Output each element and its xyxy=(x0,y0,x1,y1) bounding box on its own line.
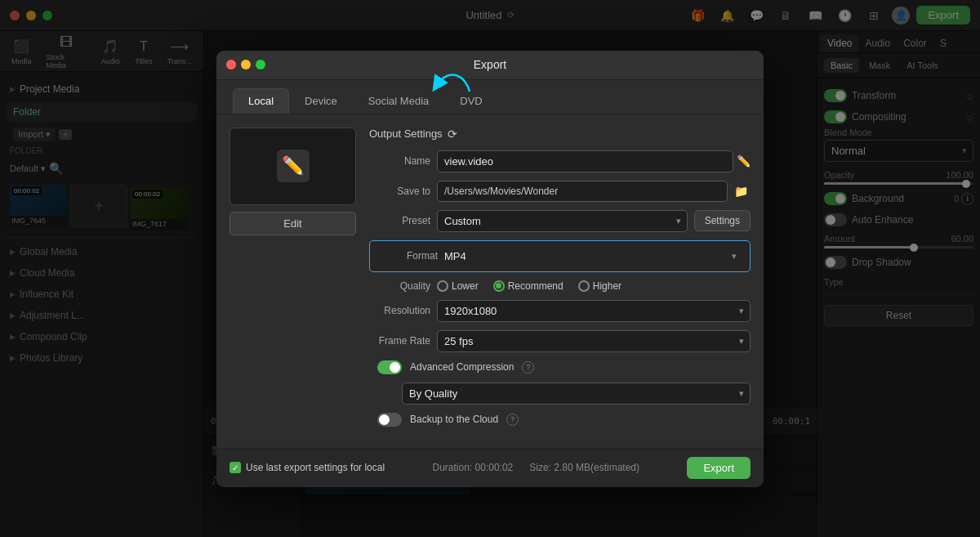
resolution-select[interactable]: 1920x1080 xyxy=(437,300,751,322)
backup-cloud-info[interactable]: ? xyxy=(506,414,519,426)
preview-icon: ✏️ xyxy=(277,150,310,182)
name-input-row: ✏️ xyxy=(437,150,751,172)
quality-higher-label: Higher xyxy=(593,280,621,292)
size-value: 2.80 MB(estimated) xyxy=(554,462,639,473)
quality-higher[interactable]: Higher xyxy=(578,280,621,292)
compression-quality-row: By Quality xyxy=(402,383,751,405)
export-final-button[interactable]: Export xyxy=(687,457,751,479)
export-settings-checkbox[interactable]: ✓ xyxy=(229,462,241,473)
radio-lower[interactable] xyxy=(437,280,448,292)
size-info: Size: 2.80 MB(estimated) xyxy=(529,462,639,473)
name-input[interactable] xyxy=(437,150,733,172)
checkbox-wrap: ✓ Use last export settings for local xyxy=(229,462,385,473)
modal-fullscreen-dot[interactable] xyxy=(256,60,265,69)
save-to-row: Save to /Users/ws/Movies/Wonder 📁 xyxy=(369,181,751,202)
preview-section: ✏️ Edit xyxy=(229,128,356,435)
advanced-compression-label: Advanced Compression xyxy=(410,361,514,373)
footer-info: Duration: 00:00:02 Size: 2.80 MB(estimat… xyxy=(393,462,679,473)
export-settings-label: Use last export settings for local xyxy=(246,462,385,473)
settings-button[interactable]: Settings xyxy=(694,210,751,231)
quality-lower-label: Lower xyxy=(452,280,479,292)
modal-minimize-dot[interactable] xyxy=(241,60,251,69)
frame-rate-label: Frame Rate xyxy=(369,335,430,347)
modal-tab-social[interactable]: Social Media xyxy=(353,88,444,114)
radio-higher[interactable] xyxy=(578,280,590,292)
save-to-input-row: /Users/ws/Movies/Wonder 📁 xyxy=(437,181,751,202)
modal-titlebar: Export xyxy=(216,51,764,80)
browse-folder-btn[interactable]: 📁 xyxy=(731,181,751,201)
output-settings-label: Output Settings xyxy=(369,128,443,140)
modal-traffic-lights xyxy=(226,60,265,69)
duration-value: 00:00:02 xyxy=(475,462,514,473)
modal-overlay: Export Local Device Social Media DVD xyxy=(0,0,980,537)
duration-info: Duration: 00:00:02 xyxy=(432,462,513,473)
preset-label: Preset xyxy=(369,215,430,226)
advanced-compression-toggle[interactable] xyxy=(377,360,402,374)
output-settings-header: Output Settings ⟳ xyxy=(369,128,751,141)
compression-select-wrapper: By Quality xyxy=(402,383,751,405)
quality-recommend-label: Recommend xyxy=(508,280,564,292)
format-select-wrapper: MP4 xyxy=(438,246,743,266)
format-row: Format MP4 xyxy=(369,240,751,272)
quality-lower[interactable]: Lower xyxy=(437,280,479,292)
format-label: Format xyxy=(376,250,438,262)
duration-label: Duration: xyxy=(432,462,472,473)
resolution-select-wrapper: 1920x1080 xyxy=(437,300,751,322)
resolution-label: Resolution xyxy=(369,305,430,316)
modal-footer: ✓ Use last export settings for local Dur… xyxy=(216,448,764,487)
resolution-row: Resolution 1920x1080 xyxy=(369,300,751,322)
modal-tab-local[interactable]: Local xyxy=(233,88,289,114)
modal-close-dot[interactable] xyxy=(226,60,236,69)
export-modal: Export Local Device Social Media DVD xyxy=(216,51,764,487)
preset-row: Preset Custom Settings xyxy=(369,210,751,232)
output-settings-icon: ⟳ xyxy=(448,128,457,141)
advanced-compression-info[interactable]: ? xyxy=(522,361,534,374)
modal-body: ✏️ Edit Output Settings ⟳ Name ✏️ xyxy=(216,114,764,448)
quality-row: Quality Lower Recommend Higher xyxy=(369,280,751,292)
compression-quality-select[interactable]: By Quality xyxy=(402,383,751,405)
quality-label: Quality xyxy=(369,280,430,292)
name-row: Name ✏️ xyxy=(369,150,751,172)
backup-cloud-row: Backup to the Cloud ? xyxy=(369,413,751,427)
advanced-compression-row: Advanced Compression ? xyxy=(369,360,751,374)
preset-select[interactable]: Custom xyxy=(437,210,688,232)
save-to-value: /Users/ws/Movies/Wonder xyxy=(437,181,728,202)
name-edit-btn[interactable]: ✏️ xyxy=(737,154,751,168)
frame-rate-select-wrapper: 25 fps xyxy=(437,330,751,352)
format-select[interactable]: MP4 xyxy=(438,246,743,266)
modal-title: Export xyxy=(474,58,506,71)
size-label: Size: xyxy=(529,462,551,473)
frame-rate-row: Frame Rate 25 fps xyxy=(369,330,751,352)
quality-recommend[interactable]: Recommend xyxy=(493,280,564,292)
radio-recommend[interactable] xyxy=(493,280,505,292)
modal-tabs: Local Device Social Media DVD xyxy=(216,80,764,114)
modal-tab-device[interactable]: Device xyxy=(289,88,353,114)
modal-tab-dvd[interactable]: DVD xyxy=(444,88,497,114)
backup-cloud-label: Backup to the Cloud xyxy=(410,414,498,425)
settings-section: Output Settings ⟳ Name ✏️ Save to /Users… xyxy=(369,128,751,435)
save-to-label: Save to xyxy=(369,186,430,197)
frame-rate-select[interactable]: 25 fps xyxy=(437,330,751,352)
preset-select-wrapper: Custom xyxy=(437,210,688,232)
backup-cloud-toggle[interactable] xyxy=(377,413,402,427)
name-label: Name xyxy=(369,155,430,167)
edit-button[interactable]: Edit xyxy=(229,212,356,235)
preview-content: ✏️ xyxy=(230,128,355,204)
preview-thumbnail: ✏️ xyxy=(229,128,356,205)
